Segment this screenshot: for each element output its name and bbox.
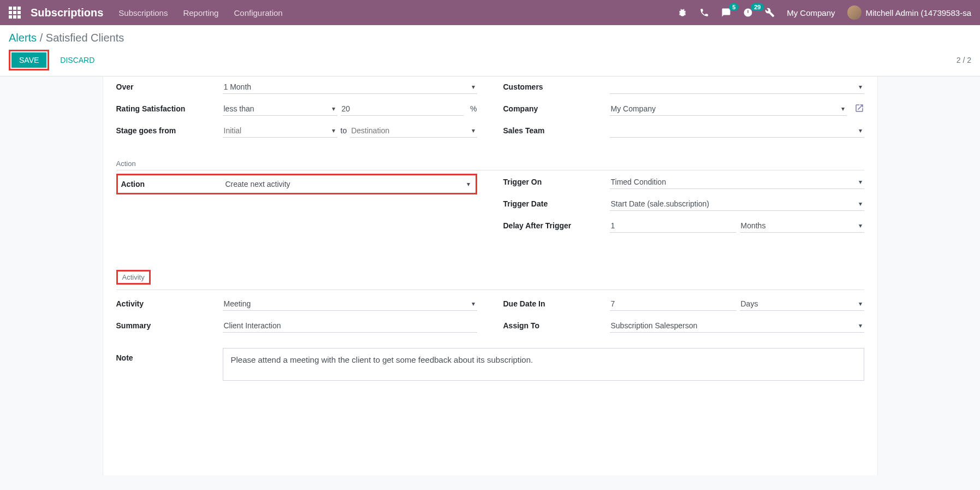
field-stage-dest[interactable] xyxy=(350,124,477,138)
action-highlight: Action xyxy=(116,174,477,194)
debug-icon[interactable] xyxy=(678,8,687,17)
section-activity-title: Activity xyxy=(116,270,151,285)
field-stage-from[interactable] xyxy=(223,124,337,138)
pct-symbol: % xyxy=(470,104,477,113)
label-note: Note xyxy=(116,348,223,362)
discard-button[interactable]: DISCARD xyxy=(60,56,94,64)
label-stage: Stage goes from xyxy=(116,126,223,135)
pager[interactable]: 2 / 2 xyxy=(957,56,971,64)
label-action: Action xyxy=(121,180,224,188)
systray: 5 29 My Company Mitchell Admin (14739583… xyxy=(678,5,971,20)
messages-icon[interactable]: 5 xyxy=(721,8,731,17)
user-menu[interactable]: Mitchell Admin (14739583-sa xyxy=(847,5,971,20)
activities-icon[interactable]: 29 xyxy=(743,8,753,17)
main-navbar: Subscriptions Subscriptions Reporting Co… xyxy=(0,0,980,25)
field-summary[interactable] xyxy=(223,319,477,333)
field-company[interactable] xyxy=(610,102,847,116)
label-activity-type: Activity xyxy=(116,299,223,308)
save-button[interactable]: SAVE xyxy=(11,52,46,68)
menu-subscriptions[interactable]: Subscriptions xyxy=(118,8,168,17)
phone-icon[interactable] xyxy=(699,8,709,17)
field-rating-value[interactable] xyxy=(341,102,464,116)
field-delay-value[interactable] xyxy=(610,219,737,233)
label-assign: Assign To xyxy=(503,321,610,330)
field-activity-type[interactable] xyxy=(223,297,477,311)
field-salesteam[interactable] xyxy=(610,124,864,138)
activities-badge: 29 xyxy=(751,3,764,11)
save-highlight: SAVE xyxy=(9,50,49,70)
field-action[interactable] xyxy=(224,178,472,191)
form-sheet: Over Rating Satisfaction % Stage goes fr… xyxy=(103,76,878,475)
label-due-date: Due Date In xyxy=(503,299,610,308)
field-delay-unit[interactable] xyxy=(740,219,864,233)
label-trigger-on: Trigger On xyxy=(503,178,610,186)
field-assign[interactable] xyxy=(610,319,864,333)
label-delay: Delay After Trigger xyxy=(503,221,610,230)
section-action-title: Action xyxy=(116,160,864,170)
menu-configuration[interactable]: Configuration xyxy=(234,8,282,17)
apps-icon[interactable] xyxy=(9,7,21,19)
field-customers[interactable] xyxy=(610,80,864,94)
company-switcher[interactable]: My Company xyxy=(787,8,835,17)
control-panel: Alerts / Satisfied Clients SAVE DISCARD … xyxy=(0,25,980,76)
tools-icon[interactable] xyxy=(765,8,775,17)
breadcrumb: Alerts / Satisfied Clients xyxy=(9,32,971,44)
field-trigger-date[interactable] xyxy=(610,197,864,211)
field-rating-op[interactable] xyxy=(223,102,337,116)
breadcrumb-current: Satisfied Clients xyxy=(46,32,124,44)
field-note[interactable] xyxy=(223,348,864,381)
label-company: Company xyxy=(503,104,610,113)
app-brand[interactable]: Subscriptions xyxy=(31,7,103,19)
field-trigger-on[interactable] xyxy=(610,175,864,189)
label-rating: Rating Satisfaction xyxy=(116,104,223,113)
menu-reporting[interactable]: Reporting xyxy=(183,8,218,17)
label-summary: Summary xyxy=(116,321,223,330)
label-trigger-date: Trigger Date xyxy=(503,199,610,208)
field-due-value[interactable] xyxy=(610,297,737,311)
label-salesteam: Sales Team xyxy=(503,126,610,135)
field-over[interactable] xyxy=(223,80,477,94)
breadcrumb-parent[interactable]: Alerts xyxy=(9,32,37,44)
external-link-icon[interactable] xyxy=(854,103,864,115)
user-avatar xyxy=(847,5,862,20)
field-due-unit[interactable] xyxy=(740,297,864,311)
label-customers: Customers xyxy=(503,82,610,91)
label-over: Over xyxy=(116,82,223,91)
messages-badge: 5 xyxy=(729,3,739,11)
stage-to-label: to xyxy=(341,126,347,135)
